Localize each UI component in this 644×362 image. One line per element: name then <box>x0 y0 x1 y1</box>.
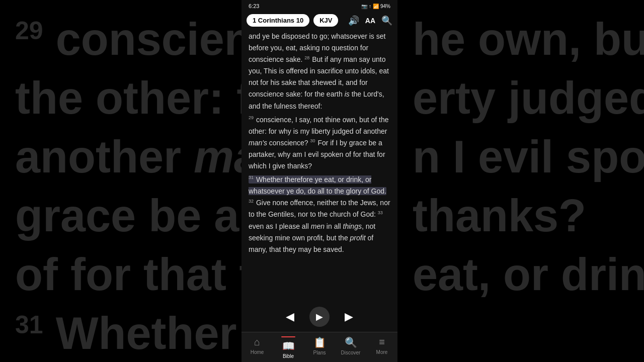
play-button[interactable]: ▶ <box>309 307 330 327</box>
nav-icons: 🔊 AA 🔍 <box>348 15 392 26</box>
search-icon[interactable]: 🔍 <box>381 15 392 26</box>
text-size-icon[interactable]: AA <box>365 17 375 25</box>
verse-num-28: 28 <box>304 55 309 60</box>
nav-discover[interactable]: 🔍 Discover <box>335 332 366 362</box>
nav-plans[interactable]: 📋 Plans <box>304 332 335 362</box>
verse-27-28: and ye be disposed to go; whatsoever is … <box>249 31 390 112</box>
more-icon: ≡ <box>379 336 385 348</box>
battery-level: 94% <box>380 4 390 9</box>
verse-num-30: 30 <box>310 138 315 143</box>
scripture-content[interactable]: and ye be disposed to go; whatsoever is … <box>242 31 397 303</box>
background-text-right: he own, but of erty judged of n I evil s… <box>397 0 644 362</box>
audio-icon[interactable]: 🔊 <box>348 15 359 26</box>
home-icon: ⌂ <box>254 336 260 348</box>
playback-bar: ◀ ▶ ▶ <box>242 303 397 332</box>
highlighted-text: 31 Whether therefore ye eat, or drink, o… <box>249 175 386 195</box>
version-button[interactable]: KJV <box>313 14 338 27</box>
previous-button[interactable]: ◀ <box>286 310 294 323</box>
discover-label: Discover <box>341 350 361 355</box>
discover-icon: 🔍 <box>345 336 357 348</box>
chapter-button[interactable]: 1 Corinthians 10 <box>247 14 309 27</box>
status-icons: 📷 ↑ 📶 94% <box>361 4 390 9</box>
verse-num-32: 32 <box>249 199 254 204</box>
active-indicator <box>281 336 295 337</box>
verse-num-33: 33 <box>378 210 383 215</box>
plans-icon: 📋 <box>313 336 326 348</box>
camera-icon: 📷 <box>361 4 367 9</box>
status-bar: 6:23 📷 ↑ 📶 94% <box>242 0 397 11</box>
bible-icon: 📖 <box>282 340 295 352</box>
nav-home[interactable]: ⌂ Home <box>242 332 273 362</box>
sync-icon: ↑ <box>369 4 371 9</box>
verse-29: 29 conscience, I say, not thine own, but… <box>249 114 390 172</box>
bottom-nav: ⌂ Home 📖 Bible 📋 Plans 🔍 Discover ≡ More <box>242 332 397 362</box>
next-button[interactable]: ▶ <box>345 310 353 323</box>
plans-label: Plans <box>313 350 326 355</box>
nav-bar: 1 Corinthians 10 KJV 🔊 AA 🔍 <box>242 11 397 31</box>
verse-num-29: 29 <box>249 115 254 120</box>
bible-label: Bible <box>283 353 294 359</box>
status-time: 6:23 <box>249 3 259 9</box>
nav-more[interactable]: ≡ More <box>366 332 397 362</box>
more-label: More <box>376 349 388 355</box>
home-label: Home <box>251 349 264 355</box>
verse-31-32: 31 Whether therefore ye eat, or drink, o… <box>249 174 390 255</box>
phone-frame: 6:23 📷 ↑ 📶 94% 1 Corinthians 10 KJV 🔊 AA… <box>242 0 397 362</box>
signal-icon: 📶 <box>373 4 379 9</box>
verse-num-31: 31 <box>249 175 254 180</box>
nav-bible[interactable]: 📖 Bible <box>273 332 304 362</box>
